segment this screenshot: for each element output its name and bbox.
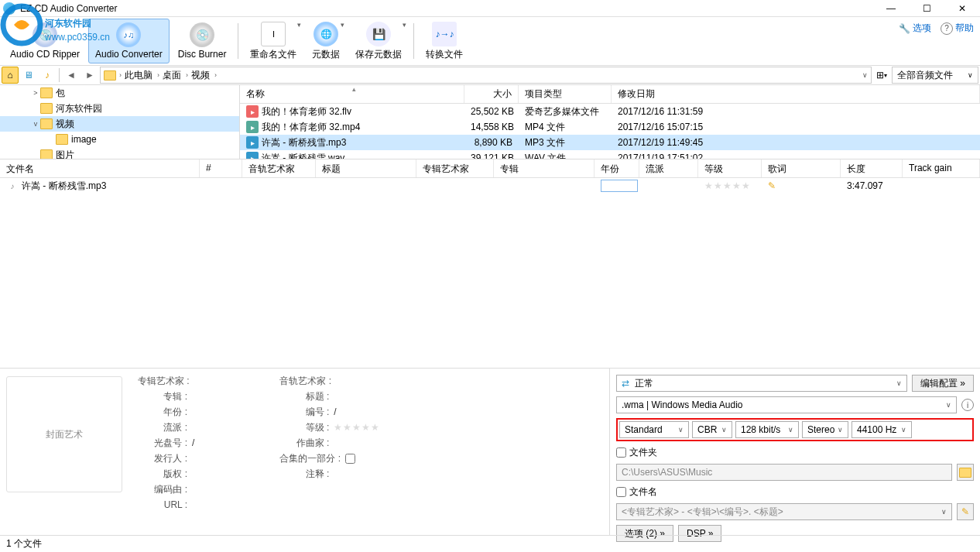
bitrate-combo[interactable]: 128 kbit/s∨ [735, 421, 799, 438]
nav-home-icon[interactable]: ⌂ [2, 67, 19, 84]
status-text: 1 个文件 [6, 537, 42, 550]
bitrate-mode-combo[interactable]: CBR∨ [692, 421, 732, 438]
output-folder-input[interactable] [616, 464, 952, 481]
output-panel: ⇄ 正常∨ 编辑配置 » .wma | Windows Media Audio∨… [610, 369, 980, 535]
close-button[interactable]: ✕ [944, 0, 980, 17]
filename-checkbox[interactable] [616, 487, 626, 497]
tree-item[interactable]: image [0, 132, 239, 147]
statusbar: 1 个文件 [0, 535, 980, 552]
queue-row[interactable]: ♪许嵩 - 断桥残雪.mp3 ★★★★★ ✎ 3:47.097 [0, 178, 980, 194]
nav-desktop-icon[interactable]: 🖥 [20, 67, 37, 84]
tree-label: image [71, 134, 97, 145]
minimize-button[interactable]: — [873, 0, 909, 17]
folder-icon [40, 118, 53, 129]
folder-icon [40, 103, 53, 114]
edit-config-button[interactable]: 编辑配置 » [912, 375, 974, 392]
qcol-filename[interactable]: 文件名 [0, 159, 200, 177]
tree-label: 包 [56, 87, 65, 100]
quality-combo[interactable]: Standard∨ [619, 421, 689, 438]
qcol-num[interactable]: # [200, 159, 242, 177]
tree-item[interactable]: 图片 [0, 147, 239, 159]
nav-music-icon[interactable]: ♪ [39, 67, 56, 84]
file-type-icon: ▸ [246, 121, 259, 133]
cover-art-box[interactable]: 封面艺术 [6, 376, 122, 492]
view-mode-button[interactable]: ⊞▾ [873, 67, 890, 84]
maximize-button[interactable]: ☐ [909, 0, 944, 17]
browse-folder-button[interactable] [957, 464, 974, 481]
col-type[interactable]: 项目类型 [519, 85, 612, 103]
queue-pane: 文件名 # 音轨艺术家 标题 专辑艺术家 专辑 年份 流派 等级 歌词 长度 T… [0, 159, 980, 368]
rename-files-button[interactable]: I 重命名文件▾ [243, 19, 303, 63]
qcol-title[interactable]: 标题 [316, 159, 416, 177]
metadata-panel: 封面艺术 专辑艺术家 : 专辑 : 年份 : 流派 : 光盘号 :/ 发行人 :… [0, 369, 610, 535]
year-input[interactable] [601, 180, 638, 192]
tree-caret-icon: > [31, 89, 40, 97]
file-type-icon: ▸ [246, 105, 259, 118]
nav-back-button[interactable]: ◄ [63, 67, 80, 84]
app-icon [3, 2, 15, 15]
compilation-checkbox[interactable] [345, 454, 355, 464]
metadata-button[interactable]: 🌐 元数据▾ [305, 19, 347, 63]
folder-checkbox[interactable] [616, 447, 626, 458]
format-combo[interactable]: .wma | Windows Media Audio∨ [616, 396, 957, 413]
folder-icon [40, 149, 53, 159]
nav-forward-button[interactable]: ► [81, 67, 98, 84]
save-metadata-button[interactable]: 💾 保存元数据▾ [348, 19, 409, 63]
help-link[interactable]: ?帮助 [941, 22, 974, 35]
rating-stars[interactable]: ★★★★★ [334, 422, 380, 433]
rating-stars[interactable]: ★★★★★ [698, 179, 762, 193]
tree-item[interactable]: 河东软件园 [0, 101, 239, 116]
qcol-year[interactable]: 年份 [595, 159, 639, 177]
tree-caret-icon: v [31, 120, 40, 128]
breadcrumb-item[interactable]: 视频› [191, 69, 217, 82]
titlebar: EZ CD Audio Converter — ☐ ✕ [0, 0, 980, 17]
folder-tree: >包河东软件园v视频image图片 [0, 85, 240, 159]
channels-combo[interactable]: Stereo∨ [802, 421, 848, 438]
qcol-albumartist[interactable]: 专辑艺术家 [416, 159, 494, 177]
tree-item[interactable]: v视频 [0, 116, 239, 132]
info-icon[interactable]: i [961, 399, 974, 411]
col-size[interactable]: 大小 [464, 85, 519, 103]
main-toolbar: 💿 Audio CD Ripper ♪♫ Audio Converter 💿 D… [0, 17, 980, 65]
folder-icon [104, 70, 116, 81]
file-row[interactable]: ▸我的！体育老师 32.flv 25,502 KB 爱奇艺多媒体文件 2017/… [240, 104, 980, 119]
qcol-trackartist[interactable]: 音轨艺术家 [242, 159, 316, 177]
profile-icon: ⇄ [622, 378, 629, 389]
edit-pattern-button[interactable]: ✎ [957, 503, 974, 520]
filename-pattern-combo[interactable]: <专辑艺术家> - <专辑>\<编号>. <标题>∨ [616, 503, 952, 520]
file-filter-combo[interactable]: 全部音频文件∨ [892, 67, 978, 84]
audio-converter-button[interactable]: ♪♫ Audio Converter [88, 19, 170, 63]
audio-cd-ripper-button[interactable]: 💿 Audio CD Ripper [3, 19, 87, 63]
tree-label: 图片 [56, 149, 74, 159]
edit-lyrics-icon[interactable]: ✎ [768, 180, 776, 191]
file-type-icon: ▸ [246, 152, 259, 159]
app-title: EZ CD Audio Converter [20, 3, 117, 14]
profile-combo[interactable]: ⇄ 正常∨ [616, 375, 907, 392]
file-row[interactable]: ▸许嵩 - 断桥残雪.mp3 8,890 KB MP3 文件 2017/12/1… [240, 135, 980, 150]
folder-icon [959, 468, 971, 478]
options-link[interactable]: 🔧选项 [899, 22, 931, 35]
file-type-icon: ▸ [246, 136, 259, 149]
breadcrumb-item[interactable]: 桌面› [163, 69, 188, 82]
breadcrumb[interactable]: › 此电脑› 桌面› 视频› ∨ [100, 67, 872, 84]
disc-burner-button[interactable]: 💿 Disc Burner [171, 19, 234, 63]
qcol-rating[interactable]: 等级 [698, 159, 762, 177]
col-name[interactable]: 名称▴ [240, 85, 464, 103]
tree-label: 河东软件园 [56, 102, 102, 115]
folder-icon [40, 87, 53, 98]
wrench-icon: 🔧 [899, 23, 910, 34]
breadcrumb-item[interactable]: 此电脑› [125, 69, 159, 82]
tree-item[interactable]: >包 [0, 85, 239, 101]
col-date[interactable]: 修改日期 [612, 85, 980, 103]
qcol-album[interactable]: 专辑 [494, 159, 595, 177]
convert-files-button[interactable]: ♪→♪ 转换文件 [419, 19, 470, 63]
qcol-length[interactable]: 长度 [841, 159, 903, 177]
tree-label: 视频 [56, 118, 74, 131]
qcol-genre[interactable]: 流派 [639, 159, 698, 177]
file-row[interactable]: ▸许嵩 - 断桥残雪.wav 39,121 KB WAV 文件 2017/11/… [240, 150, 980, 159]
help-icon: ? [941, 22, 953, 35]
qcol-gain[interactable]: Track gain [903, 159, 980, 177]
file-row[interactable]: ▸我的！体育老师 32.mp4 14,558 KB MP4 文件 2017/12… [240, 119, 980, 135]
qcol-lyrics[interactable]: 歌词 [762, 159, 841, 177]
samplerate-combo[interactable]: 44100 Hz∨ [852, 421, 912, 438]
